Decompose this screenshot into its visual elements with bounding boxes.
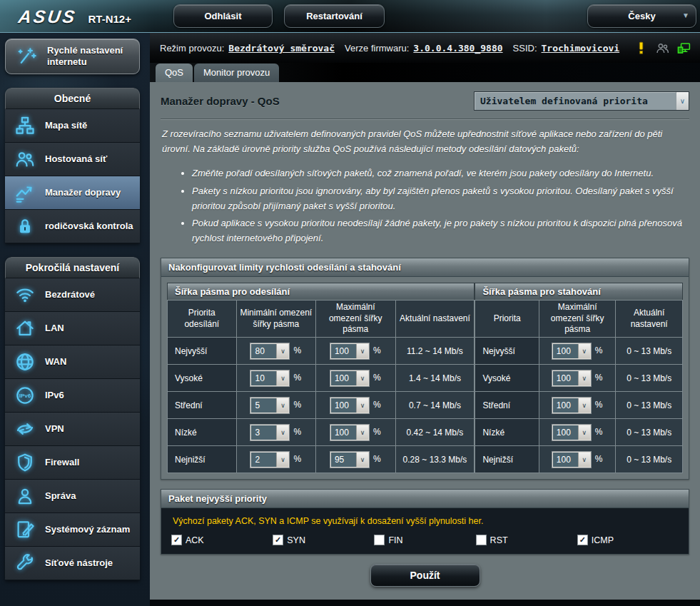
firmware-alert-icon[interactable] <box>634 41 649 56</box>
packet-priority-section: Paket nejvyšší priority Výchozí pakety A… <box>161 489 689 555</box>
tab-traffic-monitor[interactable]: Monitor provozu <box>194 64 279 82</box>
priority-label: Vysoké <box>168 365 237 392</box>
current-setting: 0.42 ~ 14 Mb/s <box>395 419 475 446</box>
operation-mode-label: Režim provozu: <box>160 43 224 54</box>
priority-label: Nízké <box>475 419 539 446</box>
min-bandwidth-select[interactable]: 3∨ <box>250 425 289 440</box>
sidebar-item-vpn[interactable]: VPN <box>5 413 140 446</box>
devices-icon[interactable] <box>676 41 691 56</box>
table-row: Vysoké 10∨% 100∨% 1.4 ~ 14 Mb/s <box>168 365 475 392</box>
max-bandwidth-select[interactable]: 100∨ <box>330 398 369 413</box>
min-bandwidth-select[interactable]: 10∨ <box>250 370 289 386</box>
column-header: Aktuální nastavení <box>395 301 475 338</box>
sidebar-item-wan[interactable]: WAN <box>5 345 140 379</box>
qos-mode-select[interactable]: Uživatelem definovaná priorita ∨ <box>474 91 689 111</box>
sidebar-general-group: Obecné Mapa sítě Hostovaná síť Manažer d… <box>5 88 140 243</box>
min-bandwidth-select[interactable]: 2∨ <box>250 452 289 468</box>
bullet-item: Pokud aplikace s vysokou prioritou neode… <box>192 216 689 246</box>
logout-button[interactable]: Odhlásit <box>173 4 273 28</box>
ipv6-globe-icon: IPv6 <box>5 385 45 406</box>
column-header: Priorita <box>475 301 539 338</box>
select-arrow-icon: ∨ <box>276 371 288 385</box>
select-arrow-icon: ∨ <box>276 398 288 413</box>
max-bandwidth-select[interactable]: 100∨ <box>330 370 369 386</box>
system-log-icon <box>5 519 45 540</box>
ssid-label: SSID: <box>513 43 537 54</box>
table-row: Nejnižší 100∨% 0 ~ 13 Mb/s <box>475 446 683 473</box>
max-bandwidth-select[interactable]: 100∨ <box>552 425 591 440</box>
chevron-down-icon: ▼ <box>682 11 689 19</box>
clients-icon[interactable] <box>655 41 670 56</box>
packet-checkbox-row: ✓ ACK ✓ SYN ✓ FIN ✓ RST <box>171 535 679 545</box>
max-bandwidth-select[interactable]: 100∨ <box>552 398 591 413</box>
checkbox-ack[interactable]: ✓ ACK <box>171 535 273 545</box>
sidebar-item-guest-network[interactable]: Hostovaná síť <box>5 143 140 176</box>
max-bandwidth-select[interactable]: 100∨ <box>552 343 591 359</box>
select-arrow-icon: ∨ <box>578 371 590 385</box>
select-arrow-icon: ∨ <box>676 92 689 110</box>
brand: ASUS RT-N12+ <box>19 6 131 27</box>
download-table: Priorita Maximální omezení šířky pásma A… <box>475 300 683 473</box>
divider <box>161 118 689 119</box>
table-row: Nejvyšší 100∨% 0 ~ 13 Mb/s <box>475 338 683 365</box>
column-header: Aktuální nastavení <box>616 301 683 338</box>
quick-internet-setup-button[interactable]: Rychlé nastavení internetu <box>5 39 140 74</box>
main-area: Režim provozu: Bezdrátový směrovač Verze… <box>150 33 700 606</box>
network-map-icon <box>5 115 45 136</box>
checkbox-fin[interactable]: ✓ FIN <box>374 535 475 545</box>
sidebar-item-network-map[interactable]: Mapa sítě <box>5 109 140 143</box>
sidebar-item-wireless[interactable]: Bezdrátové <box>5 278 140 312</box>
table-row: Nízké 3∨% 100∨% 0.42 ~ 14 Mb/s <box>168 419 475 446</box>
sidebar-advanced-group: Pokročilá nastavení Bezdrátové LAN WAN <box>5 257 140 580</box>
max-bandwidth-select[interactable]: 100∨ <box>330 425 369 440</box>
operation-mode-link[interactable]: Bezdrátový směrovač <box>228 43 335 54</box>
tab-strip: QoS Monitor provozu <box>150 63 700 82</box>
packet-section-header: Paket nejvyšší priority <box>161 490 689 508</box>
check-icon: ✓ <box>275 536 281 544</box>
sidebar-item-traffic-manager[interactable]: Manažer dopravy <box>5 176 140 210</box>
sidebar-item-parental-control[interactable]: rodičovská kontrola <box>5 210 140 243</box>
select-arrow-icon: ∨ <box>276 453 288 467</box>
svg-text:IPv6: IPv6 <box>19 393 31 399</box>
sidebar-item-administration[interactable]: Správa <box>5 480 140 513</box>
router-admin-page: ASUS RT-N12+ Odhlásit Restartování Česky… <box>0 0 700 606</box>
column-header: Maximální omezení šířky pásma <box>539 301 615 338</box>
current-setting: 0 ~ 13 Mb/s <box>616 419 683 446</box>
checkbox-icmp[interactable]: ✓ ICMP <box>577 535 679 545</box>
checkbox-syn[interactable]: ✓ SYN <box>273 535 374 545</box>
column-header: Minimální omezení šířky pásma <box>236 301 315 338</box>
ssid-link[interactable]: Trochimovicovi <box>542 43 620 54</box>
sidebar-item-ipv6[interactable]: IPv6 IPv6 <box>5 379 140 413</box>
select-arrow-icon: ∨ <box>578 398 590 413</box>
firmware-version-link[interactable]: 3.0.0.4.380_9880 <box>413 43 502 54</box>
sidebar-item-firewall[interactable]: Firewall <box>5 446 140 480</box>
priority-label: Nejvyšší <box>475 338 539 365</box>
min-bandwidth-select[interactable]: 5∨ <box>250 398 289 413</box>
content-panel: Manažer dopravy - QoS Uživatelem definov… <box>150 82 700 600</box>
min-bandwidth-select[interactable]: 80∨ <box>250 343 289 359</box>
tab-qos[interactable]: QoS <box>156 64 193 82</box>
max-bandwidth-select[interactable]: 100∨ <box>552 370 591 386</box>
sidebar: Rychlé nastavení internetu Obecné Mapa s… <box>0 33 150 606</box>
priority-label: Nízké <box>168 419 237 446</box>
parental-control-lock-icon <box>5 216 45 237</box>
language-select[interactable]: Česky ▼ <box>587 4 696 28</box>
table-row: Střední 5∨% 100∨% 0.7 ~ 14 Mb/s <box>168 392 475 419</box>
max-bandwidth-select[interactable]: 100∨ <box>330 343 369 359</box>
max-bandwidth-select[interactable]: 95∨ <box>330 452 369 468</box>
max-bandwidth-select[interactable]: 100∨ <box>552 452 591 468</box>
current-setting: 0.28 ~ 13.3 Mb/s <box>395 446 475 473</box>
sidebar-item-system-log[interactable]: Systémový záznam <box>5 513 140 547</box>
reboot-button[interactable]: Restartování <box>284 4 385 28</box>
sidebar-item-lan[interactable]: LAN <box>5 312 140 345</box>
checkbox-rst[interactable]: ✓ RST <box>476 535 577 545</box>
title-row: Manažer dopravy - QoS Uživatelem definov… <box>161 89 689 112</box>
priority-label: Nejnižší <box>168 446 237 473</box>
wan-globe-icon <box>5 351 45 373</box>
priority-label: Střední <box>168 392 237 419</box>
apply-button[interactable]: Použít <box>370 564 480 587</box>
select-arrow-icon: ∨ <box>356 453 368 467</box>
table-row: Střední 100∨% 0 ~ 13 Mb/s <box>475 392 683 419</box>
apply-row: Použít <box>161 564 689 587</box>
sidebar-item-network-tools[interactable]: Síťové nástroje <box>5 547 140 580</box>
